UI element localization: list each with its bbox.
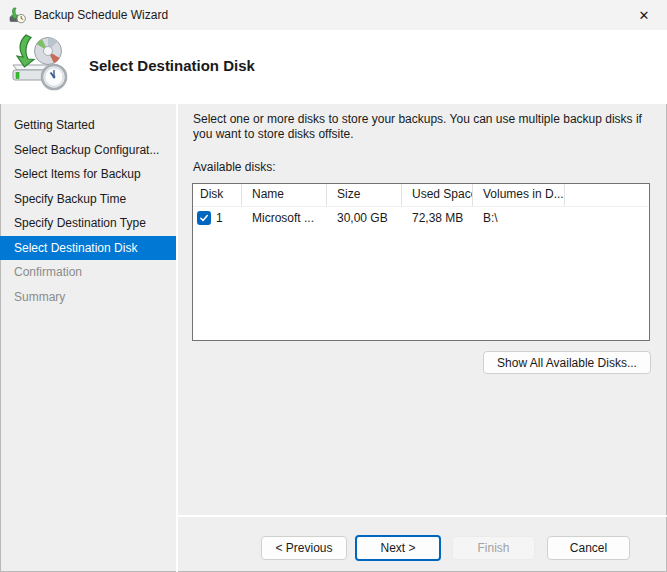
finish-button: Finish — [452, 536, 535, 560]
sidebar-item-select-items-for-backup[interactable]: Select Items for Backup — [0, 162, 176, 187]
column-header-used-space[interactable]: Used Space — [402, 184, 473, 206]
sidebar-item-confirmation: Confirmation — [0, 260, 176, 285]
column-header-spacer — [565, 184, 649, 206]
sidebar-content-divider — [176, 104, 178, 572]
close-button[interactable]: ✕ — [621, 0, 667, 30]
sidebar-item-specify-destination-type[interactable]: Specify Destination Type — [0, 211, 176, 236]
column-header-volumes-in-disk[interactable]: Volumes in D... — [473, 184, 565, 206]
disk-used-space: 72,38 MB — [402, 211, 473, 225]
previous-button[interactable]: < Previous — [261, 536, 347, 560]
disk-cell: 1 — [193, 211, 242, 225]
cancel-button[interactable]: Cancel — [547, 536, 630, 560]
disk-name: Microsoft ... — [242, 211, 327, 225]
wizard-steps-sidebar: Getting Started Select Backup Configurat… — [0, 104, 176, 572]
app-icon — [9, 7, 26, 24]
backup-schedule-wizard-window: Backup Schedule Wizard ✕ Select De — [0, 0, 667, 572]
next-button[interactable]: Next > — [355, 535, 441, 561]
show-all-available-disks-button[interactable]: Show All Available Disks... — [483, 351, 651, 374]
column-header-size[interactable]: Size — [327, 184, 402, 206]
sidebar-item-summary: Summary — [0, 285, 176, 310]
sidebar-item-getting-started[interactable]: Getting Started — [0, 113, 176, 138]
page-title: Select Destination Disk — [89, 57, 255, 74]
disk-size: 30,00 GB — [327, 211, 402, 225]
column-header-name[interactable]: Name — [242, 184, 327, 206]
backup-disk-clock-icon — [9, 34, 69, 92]
disk-checkbox-checked[interactable] — [197, 211, 211, 225]
footer-divider — [178, 515, 667, 517]
window-title: Backup Schedule Wizard — [34, 8, 168, 22]
available-disks-table: Disk Name Size Used Space Volumes in D..… — [192, 183, 650, 341]
disk-number: 1 — [216, 211, 223, 225]
wizard-header: Select Destination Disk — [0, 30, 667, 104]
checkmark-icon — [199, 213, 209, 223]
disk-row[interactable]: 1 Microsoft ... 30,00 GB 72,38 MB B:\ — [193, 207, 649, 229]
close-icon: ✕ — [639, 8, 650, 23]
sidebar-item-select-destination-disk[interactable]: Select Destination Disk — [0, 236, 176, 261]
sidebar-item-specify-backup-time[interactable]: Specify Backup Time — [0, 187, 176, 212]
available-disks-label: Available disks: — [193, 160, 276, 174]
column-header-disk[interactable]: Disk — [193, 184, 242, 206]
table-header-row: Disk Name Size Used Space Volumes in D..… — [193, 184, 649, 207]
sidebar-item-select-backup-configuration[interactable]: Select Backup Configurat... — [0, 138, 176, 163]
title-bar: Backup Schedule Wizard ✕ — [0, 0, 667, 30]
page-description: Select one or more disks to store your b… — [193, 112, 661, 142]
disk-volumes: B:\ — [473, 211, 565, 225]
